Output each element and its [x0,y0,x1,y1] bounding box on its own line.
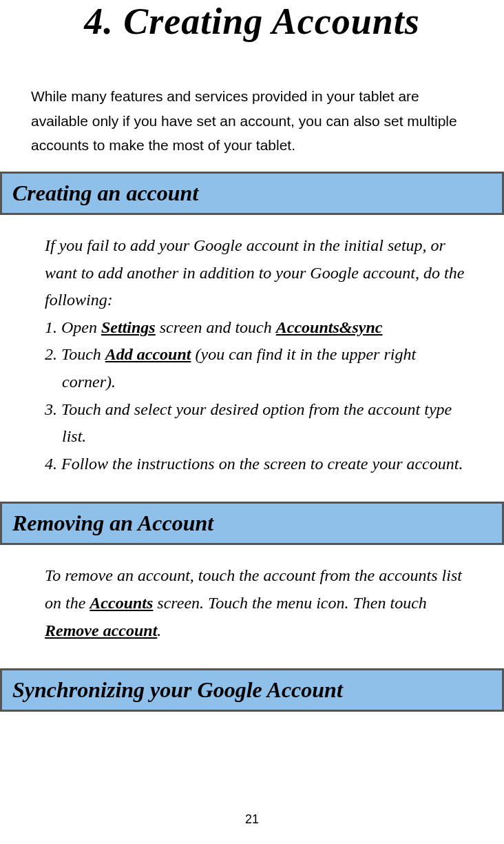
step-2: 2. Touch Add account (you can find it in… [45,341,470,395]
step1-mid: screen and touch [156,318,276,336]
step-3: 3. Touch and select your desired option … [45,396,470,451]
step-4: 4. Follow the instructions on the screen… [45,451,470,478]
section-heading-synchronizing: Synchronizing your Google Account [0,668,504,712]
section2-body: To remove an account, touch the account … [28,562,476,644]
section2-accounts: Accounts [90,594,153,612]
section-heading-removing: Removing an Account [0,502,504,545]
section2-mid: screen. Touch the menu icon. Then touch [153,594,427,612]
chapter-title: 4. Creating Accounts [28,0,476,84]
page-number: 21 [0,812,504,827]
section2-post: . [157,621,161,639]
step1-settings: Settings [101,318,156,336]
section2-remove-account: Remove account [45,621,157,639]
step2-pre: 2. Touch [45,345,105,363]
section-heading-creating: Creating an account [0,172,504,215]
section1-body: If you fail to add your Google account i… [28,232,476,477]
step2-add-account: Add account [105,345,191,363]
section1-lead: If you fail to add your Google account i… [45,232,470,314]
step1-pre: 1. Open [45,318,101,336]
step-1: 1. Open Settings screen and touch Accoun… [45,314,470,342]
intro-paragraph: While many features and services provide… [28,84,476,158]
step1-accounts-sync: Accounts&sync [276,318,383,336]
